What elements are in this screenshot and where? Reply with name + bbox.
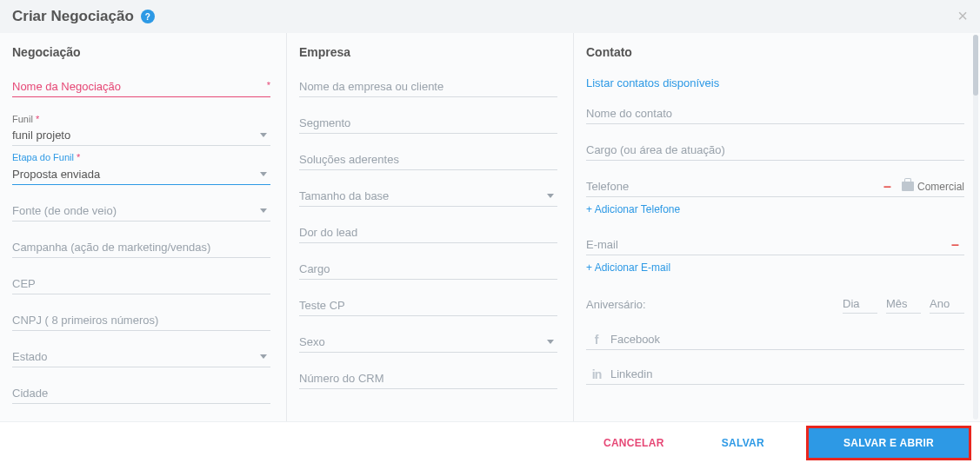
input-solucoes[interactable] bbox=[299, 149, 557, 170]
input-telefone[interactable] bbox=[586, 176, 878, 196]
input-crm[interactable] bbox=[299, 368, 557, 389]
input-segmento[interactable] bbox=[299, 113, 557, 134]
input-contato-nome[interactable] bbox=[586, 103, 964, 124]
section-title-negociacao: Negociação bbox=[12, 45, 270, 59]
modal-footer: CANCELAR SALVAR SALVAR E ABRIR bbox=[0, 421, 980, 463]
field-etapa: Etapa do Funil bbox=[12, 151, 270, 184]
row-email: – bbox=[586, 235, 964, 255]
input-aniv-mes[interactable] bbox=[886, 294, 921, 314]
field-sexo bbox=[299, 332, 557, 353]
input-dor[interactable] bbox=[299, 222, 557, 243]
link-listar-contatos[interactable]: Listar contatos disponíveis bbox=[586, 76, 719, 89]
select-funil[interactable] bbox=[12, 125, 270, 146]
link-add-email[interactable]: + Adicionar E-mail bbox=[586, 261, 670, 274]
field-dor bbox=[299, 222, 557, 243]
remove-email-icon[interactable]: – bbox=[946, 237, 964, 253]
input-email[interactable] bbox=[586, 235, 946, 255]
column-empresa: Empresa bbox=[287, 33, 574, 421]
modal-body: Negociação * Funil Etapa do Funil bbox=[0, 33, 980, 421]
label-funil: Funil bbox=[12, 113, 270, 125]
section-title-contato: Contato bbox=[586, 45, 964, 59]
field-fonte bbox=[12, 201, 270, 222]
scrollbar-thumb[interactable] bbox=[973, 35, 978, 96]
row-linkedin: in bbox=[586, 364, 964, 385]
field-cep bbox=[12, 274, 270, 294]
field-cidade bbox=[12, 383, 270, 404]
field-funil: Funil bbox=[12, 113, 270, 146]
column-negociacao: Negociação * Funil Etapa do Funil bbox=[0, 33, 287, 421]
input-teste[interactable] bbox=[299, 295, 557, 316]
input-cnpj[interactable] bbox=[12, 310, 270, 331]
field-tamanho bbox=[299, 186, 557, 207]
remove-phone-icon[interactable]: – bbox=[878, 179, 897, 195]
link-add-phone[interactable]: + Adicionar Telefone bbox=[586, 203, 680, 215]
phone-type[interactable]: Comercial bbox=[902, 181, 964, 193]
label-etapa: Etapa do Funil bbox=[12, 151, 270, 163]
save-open-button[interactable]: SALVAR E ABRIR bbox=[806, 426, 971, 460]
cancel-button[interactable]: CANCELAR bbox=[588, 430, 680, 456]
field-cargo-empresa bbox=[299, 259, 557, 280]
select-etapa[interactable] bbox=[12, 164, 270, 185]
section-title-empresa: Empresa bbox=[299, 45, 557, 59]
input-campanha[interactable] bbox=[12, 237, 270, 258]
column-contato: Contato Listar contatos disponíveis – Co… bbox=[574, 33, 980, 421]
input-empresa-nome[interactable] bbox=[299, 76, 557, 97]
row-aniversario: Aniversário: bbox=[586, 294, 964, 314]
field-nome-negociacao: * bbox=[12, 76, 270, 97]
select-sexo[interactable] bbox=[299, 332, 557, 353]
select-fonte[interactable] bbox=[12, 201, 270, 222]
modal-title: Criar Negociação bbox=[12, 8, 134, 25]
field-empresa-nome bbox=[299, 76, 557, 97]
field-teste bbox=[299, 295, 557, 316]
scrollbar-track bbox=[973, 35, 978, 420]
input-aniv-dia[interactable] bbox=[843, 294, 877, 314]
field-contato-nome bbox=[586, 103, 964, 124]
input-aniv-ano[interactable] bbox=[930, 294, 964, 314]
label-aniversario: Aniversário: bbox=[586, 298, 834, 311]
help-icon[interactable]: ? bbox=[141, 10, 155, 23]
field-contato-cargo bbox=[586, 140, 964, 161]
linkedin-icon: in bbox=[586, 367, 607, 381]
input-cargo-empresa[interactable] bbox=[299, 259, 557, 280]
input-cep[interactable] bbox=[12, 274, 270, 294]
facebook-icon: f bbox=[586, 333, 607, 347]
field-segmento bbox=[299, 113, 557, 134]
field-cnpj bbox=[12, 310, 270, 331]
row-facebook: f bbox=[586, 329, 964, 350]
briefcase-icon bbox=[902, 182, 914, 191]
close-icon[interactable]: × bbox=[957, 7, 968, 24]
field-solucoes bbox=[299, 149, 557, 170]
field-estado bbox=[12, 347, 270, 367]
select-tamanho[interactable] bbox=[299, 186, 557, 207]
input-nome-negociacao[interactable] bbox=[12, 76, 270, 97]
input-contato-cargo[interactable] bbox=[586, 140, 964, 161]
field-campanha bbox=[12, 237, 270, 258]
input-cidade[interactable] bbox=[12, 383, 270, 404]
modal-header: Criar Negociação ? × bbox=[0, 0, 980, 33]
field-crm bbox=[299, 368, 557, 389]
phone-type-label: Comercial bbox=[917, 181, 964, 193]
select-estado[interactable] bbox=[12, 347, 270, 367]
input-facebook[interactable] bbox=[607, 329, 964, 349]
input-linkedin[interactable] bbox=[607, 364, 964, 384]
save-button[interactable]: SALVAR bbox=[706, 430, 780, 456]
row-telefone: – Comercial bbox=[586, 176, 964, 197]
